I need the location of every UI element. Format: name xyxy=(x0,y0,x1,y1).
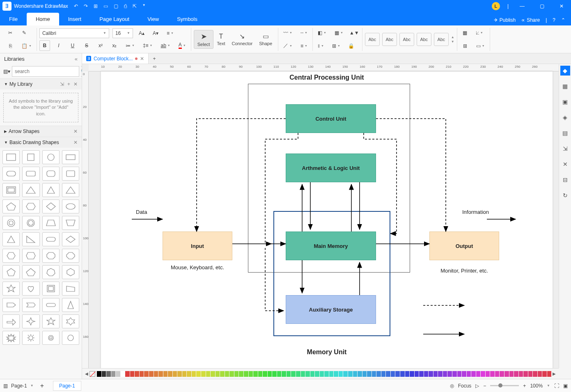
qat-more-icon[interactable]: ▼ xyxy=(142,3,146,9)
shape-rhombus[interactable] xyxy=(62,232,79,246)
swatch[interactable] xyxy=(287,371,291,377)
swatch[interactable] xyxy=(438,371,443,377)
swatch[interactable] xyxy=(415,371,419,377)
shape-gear2[interactable] xyxy=(62,331,79,345)
swatch[interactable] xyxy=(182,371,187,377)
swatch[interactable] xyxy=(400,371,405,377)
fit-icon[interactable]: ⛶ xyxy=(554,383,559,389)
style-5[interactable]: Abc xyxy=(434,33,449,46)
new-icon[interactable]: ⊞ xyxy=(94,3,98,9)
italic-button[interactable]: I xyxy=(53,40,64,51)
close-section-icon[interactable]: ✕ xyxy=(73,81,78,87)
page-icon[interactable]: ▤ xyxy=(560,128,570,138)
swatch[interactable] xyxy=(362,371,367,377)
font-size-combo[interactable]: 16▼ xyxy=(112,28,133,38)
swatch[interactable] xyxy=(121,371,125,377)
shape-burst2[interactable] xyxy=(2,331,20,345)
swatch[interactable] xyxy=(163,371,168,377)
swatch[interactable] xyxy=(253,371,258,377)
swatch[interactable] xyxy=(211,371,215,377)
shape-star6[interactable] xyxy=(62,314,79,328)
swatch[interactable] xyxy=(216,371,220,377)
text-tool[interactable]: TText xyxy=(213,31,228,48)
line-color-icon[interactable]: ／▼ xyxy=(281,41,295,51)
swatch[interactable] xyxy=(462,371,466,377)
swatch[interactable] xyxy=(523,371,528,377)
shape-triangle2[interactable] xyxy=(42,183,60,197)
style-4[interactable]: Abc xyxy=(417,33,431,46)
swatch[interactable] xyxy=(324,371,329,377)
section-arrow-shapes[interactable]: ▶Arrow Shapes ✕ xyxy=(0,126,82,137)
shape-tri-iso[interactable] xyxy=(2,232,20,246)
shape-roundrect2[interactable] xyxy=(22,167,39,181)
collapse-panel-icon[interactable]: « xyxy=(75,56,78,62)
shape-frame[interactable] xyxy=(2,183,20,197)
shape-rect[interactable] xyxy=(2,150,20,164)
fullscreen-icon[interactable]: ▣ xyxy=(563,383,568,389)
distribute-icon[interactable]: ⊞▼ xyxy=(330,41,343,51)
line-weight-icon[interactable]: ≡▼ xyxy=(298,41,310,51)
swatch[interactable] xyxy=(405,371,410,377)
align-objects-icon[interactable]: ⫴▼ xyxy=(315,41,326,51)
swatch[interactable] xyxy=(135,371,139,377)
zoom-icon[interactable]: ▭▼ xyxy=(474,41,487,51)
spacing-icon[interactable]: ‡≡▼ xyxy=(140,40,155,51)
section-basic-shapes[interactable]: ▼Basic Drawing Shapes ✕ xyxy=(0,137,82,148)
minimize-button[interactable]: — xyxy=(516,3,528,9)
bullets-icon[interactable]: ≔▼ xyxy=(123,40,137,51)
shape-hexagon[interactable] xyxy=(22,199,39,213)
play-icon[interactable]: ▷ xyxy=(475,383,479,389)
theme-icon[interactable]: ◆ xyxy=(560,66,570,76)
swatch[interactable] xyxy=(158,371,163,377)
swatch[interactable] xyxy=(343,371,348,377)
shape-rect2[interactable] xyxy=(62,150,79,164)
new-tab-button[interactable]: + xyxy=(149,56,160,62)
increase-font-icon[interactable]: A▴ xyxy=(136,28,147,39)
alu-box[interactable]: Arthmetic & Logic Unit xyxy=(286,154,376,182)
canvas[interactable]: 1020304050607080901001101201301401501601… xyxy=(82,64,559,368)
swatch[interactable] xyxy=(263,371,267,377)
swatch[interactable] xyxy=(305,371,310,377)
import-icon[interactable]: ⇲ xyxy=(60,81,64,87)
help-icon[interactable]: ? xyxy=(553,17,555,23)
swatch[interactable] xyxy=(495,371,500,377)
add-icon[interactable]: + xyxy=(67,81,70,87)
decrease-font-icon[interactable]: A▾ xyxy=(150,28,161,39)
swatch[interactable] xyxy=(291,371,296,377)
page-tab[interactable]: Page-1 xyxy=(53,381,81,391)
add-page-button[interactable]: + xyxy=(40,382,44,390)
fit-page-icon[interactable]: ▦ xyxy=(460,28,470,38)
shape-ring[interactable] xyxy=(2,216,20,230)
input-box[interactable]: Input xyxy=(163,232,232,260)
control-unit-box[interactable]: Control Unit xyxy=(286,104,376,133)
underline-button[interactable]: U xyxy=(67,40,78,51)
swatch[interactable] xyxy=(192,371,196,377)
swatch[interactable] xyxy=(144,371,149,377)
shape-hept2[interactable] xyxy=(62,265,79,279)
swatch[interactable] xyxy=(111,371,116,377)
shape-square[interactable] xyxy=(22,150,39,164)
swatch[interactable] xyxy=(542,371,547,377)
swatch[interactable] xyxy=(367,371,371,377)
pages-icon[interactable]: ▥ xyxy=(3,383,8,389)
shape-star4[interactable] xyxy=(22,314,39,328)
swatch[interactable] xyxy=(433,371,438,377)
swatch[interactable] xyxy=(353,371,358,377)
color-scroll-left[interactable]: ◀ xyxy=(84,371,89,376)
shape-hex2[interactable] xyxy=(2,249,20,263)
swatch[interactable] xyxy=(277,371,282,377)
case-icon[interactable]: ab▼ xyxy=(158,40,173,51)
doc-tab[interactable]: Ǝ Computer Block... ✕ xyxy=(82,53,149,64)
shape-trap3[interactable] xyxy=(62,282,79,296)
swatch[interactable] xyxy=(234,371,239,377)
swatch[interactable] xyxy=(177,371,182,377)
swatch[interactable] xyxy=(419,371,424,377)
shape-sun[interactable] xyxy=(22,331,39,345)
share-button[interactable]: ∝ Share xyxy=(521,17,540,23)
swatch[interactable] xyxy=(528,371,533,377)
tab-file[interactable]: File xyxy=(0,13,27,25)
swatch[interactable] xyxy=(457,371,462,377)
layers-icon[interactable]: ◈ xyxy=(560,112,570,122)
swatch[interactable] xyxy=(97,371,101,377)
swatch[interactable] xyxy=(471,371,476,377)
